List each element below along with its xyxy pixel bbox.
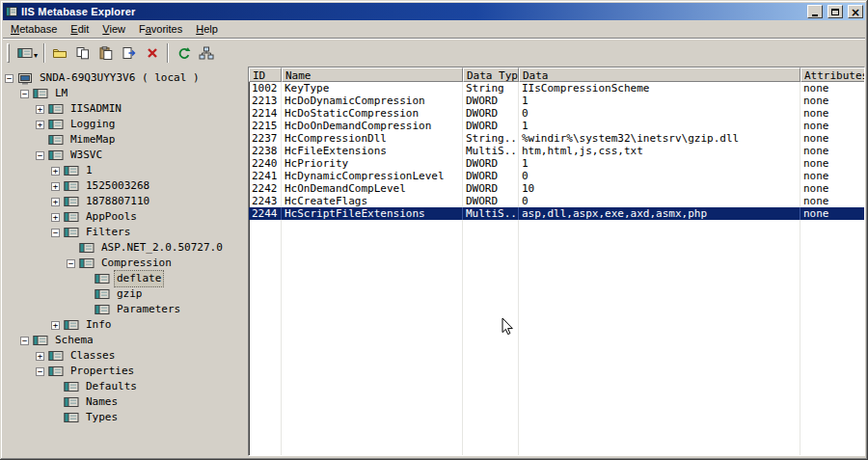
maximize-button[interactable] <box>827 5 843 18</box>
property-row-2242[interactable]: 2242HcOnDemandCompLevelDWORD10none <box>249 182 864 195</box>
empty-cell <box>463 383 519 395</box>
empty-cell <box>800 345 864 358</box>
key-icon <box>48 103 64 115</box>
collapse-toggle[interactable]: − <box>5 74 14 83</box>
cell: 1 <box>519 95 800 107</box>
empty-cell <box>282 370 463 383</box>
property-row-2215[interactable]: 2215HcDoOnDemandCompressionDWORD1none <box>249 120 864 132</box>
maximize-icon <box>831 9 839 15</box>
paste-button[interactable] <box>95 42 118 64</box>
property-row-2241[interactable]: 2241HcDynamicCompressionLevelDWORD0none <box>249 170 864 182</box>
column-header-name[interactable]: Name <box>282 68 463 82</box>
property-row-1002[interactable]: 1002KeyTypeStringIIsCompressionSchemenon… <box>249 82 864 95</box>
expand-toggle[interactable]: + <box>51 182 60 191</box>
toolbar-grip[interactable] <box>7 43 10 63</box>
tree-list-splitter[interactable] <box>238 67 248 456</box>
cell: none <box>800 195 864 207</box>
cell: 2240 <box>249 157 282 170</box>
key-icon <box>95 288 110 300</box>
empty-cell <box>800 358 864 370</box>
empty-cell <box>800 433 864 446</box>
empty-cell <box>249 345 282 358</box>
empty-cell <box>800 295 864 308</box>
property-row-2243[interactable]: 2243HcCreateFlagsDWORD0none <box>249 195 864 207</box>
key-icon <box>64 396 79 408</box>
cell: none <box>800 107 864 120</box>
property-row-2213[interactable]: 2213HcDoDynamicCompressionDWORD1none <box>249 95 864 107</box>
column-header-id[interactable]: ID <box>249 68 282 82</box>
empty-row <box>249 295 864 308</box>
collapse-toggle[interactable]: − <box>51 229 60 237</box>
expand-toggle[interactable]: + <box>36 105 44 114</box>
menu-view[interactable]: View <box>95 20 132 38</box>
collapse-toggle[interactable]: − <box>36 367 44 376</box>
empty-cell <box>800 446 864 455</box>
app-icon <box>5 5 18 18</box>
tree-item-1878807110: +1878807110 <box>3 194 238 209</box>
empty-cell <box>249 320 282 333</box>
cell: 2242 <box>249 182 282 195</box>
connect-button[interactable] <box>195 42 218 64</box>
title-bar[interactable]: IIS Metabase Explorer <box>3 3 865 20</box>
minimize-button[interactable] <box>807 5 823 18</box>
cell: none <box>800 82 864 95</box>
tree-item-names: Names <box>3 394 238 410</box>
empty-cell <box>249 283 282 295</box>
metabase-node-dropdown-button[interactable] <box>14 42 41 64</box>
copy-button[interactable] <box>71 42 95 64</box>
empty-cell <box>519 370 800 383</box>
close-icon <box>851 3 860 20</box>
empty-cell <box>519 308 800 320</box>
empty-cell <box>282 283 463 295</box>
expand-toggle[interactable]: + <box>51 321 60 330</box>
empty-row <box>249 320 864 333</box>
property-row-2244[interactable]: 2244HcScriptFileExtensionsMultiS...asp,d… <box>249 207 864 220</box>
expand-toggle[interactable]: + <box>36 121 44 129</box>
key-icon <box>64 211 79 223</box>
key-icon <box>33 335 48 346</box>
expand-toggle[interactable]: + <box>36 352 44 361</box>
expand-toggle[interactable]: + <box>51 213 60 222</box>
collapse-toggle[interactable]: − <box>67 259 75 268</box>
column-header-data-type[interactable]: Data Type <box>463 68 519 82</box>
refresh-button[interactable] <box>172 42 195 64</box>
empty-cell <box>463 420 519 433</box>
empty-cell <box>519 420 800 433</box>
property-row-2237[interactable]: 2237HcCompressionDllString...%windir%\sy… <box>249 132 864 145</box>
menu-help[interactable]: Help <box>189 20 225 38</box>
empty-row <box>249 220 864 232</box>
empty-row <box>249 395 864 408</box>
tree-item-label[interactable]: Parameters <box>114 301 183 318</box>
cell: none <box>800 120 864 132</box>
empty-cell <box>282 308 463 320</box>
column-header-attributes[interactable]: Attributes <box>800 68 864 82</box>
empty-cell <box>282 333 463 345</box>
collapse-toggle[interactable]: − <box>20 90 29 98</box>
key-icon <box>17 47 33 59</box>
menu-edit[interactable]: Edit <box>64 20 95 38</box>
menu-favorites[interactable]: Favorites <box>132 20 189 38</box>
empty-cell <box>249 257 282 270</box>
dropdown-caret-icon <box>33 44 38 62</box>
delete-button[interactable] <box>141 42 164 64</box>
property-row-2214[interactable]: 2214HcDoStaticCompressionDWORD0none <box>249 107 864 120</box>
cell: 2215 <box>249 120 282 132</box>
list-body: 1002KeyTypeStringIIsCompressionSchemenon… <box>249 82 864 455</box>
open-button[interactable] <box>48 42 71 64</box>
collapse-toggle[interactable]: − <box>20 337 29 345</box>
expand-toggle[interactable]: + <box>51 167 60 176</box>
property-row-2240[interactable]: 2240HcPriorityDWORD1none <box>249 157 864 170</box>
menu-metabase[interactable]: Metabase <box>4 20 64 38</box>
tree-item-label[interactable]: Types <box>83 409 121 426</box>
empty-row <box>249 245 864 257</box>
property-row-2238[interactable]: 2238HcFileExtensionsMultiS...htm,html,js… <box>249 145 864 157</box>
close-button[interactable] <box>848 5 863 18</box>
empty-cell <box>800 370 864 383</box>
key-icon <box>33 88 48 99</box>
column-header-data[interactable]: Data <box>519 68 800 82</box>
expand-toggle[interactable]: + <box>51 198 60 206</box>
key-icon <box>64 412 79 423</box>
collapse-toggle[interactable]: − <box>36 151 44 160</box>
export-button[interactable] <box>118 42 141 64</box>
empty-cell <box>249 358 282 370</box>
